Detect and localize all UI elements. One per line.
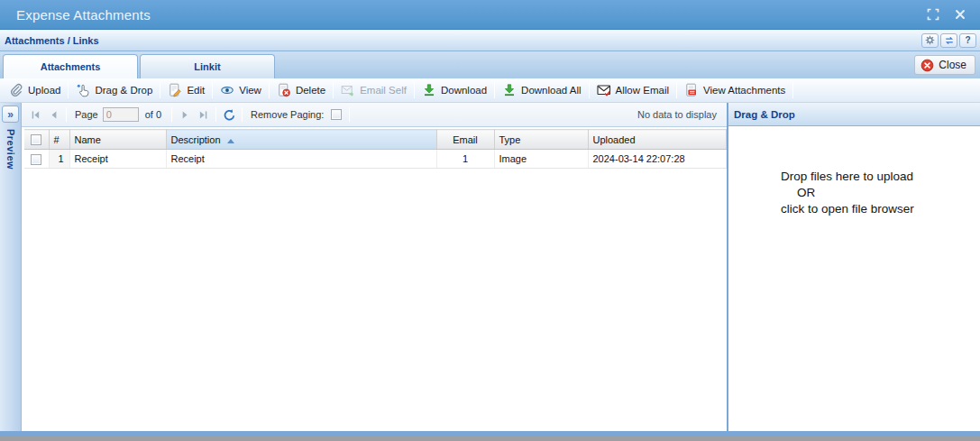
upload-button[interactable]: Upload [4,80,66,100]
background-strip [0,436,980,441]
column-header-email[interactable]: Email [436,130,494,150]
page-red-icon [684,83,699,97]
close-red-icon [920,59,934,72]
paging-separator [349,107,350,122]
paging-separator [242,107,243,122]
toolbar-separator [414,82,415,98]
row-uploaded-cell: 2024-03-14 22:07:28 [588,150,726,169]
allow-email-button[interactable]: Allow Email [591,80,674,100]
remove-paging-checkbox[interactable] [331,109,342,120]
row-email-cell: 1 [436,150,494,169]
email-send-icon [341,83,355,97]
title-bar: Expense Attachments [0,0,980,30]
refresh-icon [223,108,236,122]
expand-icon: » [7,108,14,121]
preview-label: Preview [5,129,16,170]
tab-attachments[interactable]: Attachments [3,54,138,78]
help-button[interactable]: ? [959,33,976,48]
toolbar-separator [589,82,590,98]
upload-label: Upload [28,85,60,96]
drop-zone-line2: OR [797,185,980,201]
view-attachments-button[interactable]: View Attachments [679,80,791,100]
close-panel-button[interactable]: Close [914,55,975,75]
remove-paging-label: Remove Paging: [251,109,324,120]
sync-button[interactable] [940,33,957,48]
paging-toolbar: Page of 0 Remove Paging: No data to [22,103,727,127]
window-title: Expense Attachments [16,7,915,23]
grid-body: # Name Description Email Type Uploaded 1 [22,127,727,431]
drop-zone-line1: Drop files here to upload [781,169,980,185]
maximize-button[interactable] [924,5,942,23]
column-header-uploaded[interactable]: Uploaded [588,130,726,150]
row-checkbox[interactable] [31,154,41,165]
download-label: Download [441,85,487,96]
grid-panel: Page of 0 Remove Paging: No data to [22,103,727,431]
first-page-button[interactable] [26,106,44,124]
sort-asc-icon [227,139,234,143]
download-all-label: Download All [521,85,581,96]
column-header-number[interactable]: # [49,130,69,150]
page-delete-icon [277,83,291,97]
page-of-label: of 0 [145,109,161,120]
envelope-check-icon [597,83,611,97]
table-row[interactable]: 1 Receipt Receipt 1 Image 2024-03-14 22:… [24,150,726,169]
select-all-checkbox[interactable] [31,134,41,145]
download-button[interactable]: Download [417,80,492,100]
delete-button[interactable]: Delete [271,80,331,100]
close-panel-label: Close [939,59,966,71]
close-window-button[interactable] [951,5,969,23]
gear-icon [925,35,935,45]
edit-button[interactable]: Edit [162,80,210,100]
toolbar-separator [68,82,69,98]
expand-preview-button[interactable]: » [2,106,19,123]
row-type-cell: Image [494,150,588,169]
preview-sidebar[interactable]: » Preview [0,103,22,431]
last-page-button[interactable] [194,106,212,124]
column-header-type[interactable]: Type [494,130,588,150]
column-header-name[interactable]: Name [69,130,166,150]
expense-attachments-dialog: Expense Attachments Attachments / Links … [0,0,980,441]
page-number-input[interactable] [103,107,139,122]
row-description-cell: Receipt [166,150,436,169]
select-all-header[interactable] [24,130,49,150]
view-button[interactable]: View [215,80,267,100]
page-pencil-icon [168,83,182,97]
drag-drop-panel: Drag & Drop Drop files here to upload OR… [728,103,980,431]
drop-zone-line3: click to open file browser [781,201,980,217]
paperclip-icon [9,83,23,97]
next-page-button[interactable] [176,106,194,124]
toolbar-separator [212,82,213,98]
download-icon [502,83,517,97]
row-name-cell: Receipt [69,150,166,169]
paging-separator [171,107,172,122]
tab-linkit[interactable]: Linkit [140,54,275,78]
attachments-table: # Name Description Email Type Uploaded 1 [24,129,727,169]
drag-drop-button[interactable]: Drag & Drop [70,80,158,100]
toolbar-separator [792,82,793,98]
prev-page-button[interactable] [44,106,62,124]
toolbar-separator [333,82,334,98]
view-label: View [239,85,261,96]
refresh-button[interactable] [220,106,238,124]
toolbar-separator [676,82,677,98]
toolbar-separator [494,82,495,98]
download-all-button[interactable]: Download All [497,80,586,100]
settings-button[interactable] [921,33,939,48]
help-icon: ? [965,35,970,45]
first-page-icon [30,109,41,121]
paging-separator [66,107,67,122]
tab-linkit-label: Linkit [194,61,220,72]
no-data-text: No data to display [637,109,717,120]
hand-pointer-icon [76,83,90,97]
edit-label: Edit [187,85,205,96]
file-drop-zone[interactable]: Drop files here to upload OR click to op… [728,126,980,431]
table-header-row: # Name Description Email Type Uploaded [24,130,726,150]
row-select-cell[interactable] [24,150,49,169]
column-header-description[interactable]: Description [166,130,436,150]
maximize-icon [926,7,940,22]
last-page-icon [197,109,209,121]
drag-drop-header: Drag & Drop [728,103,980,126]
delete-label: Delete [296,85,325,96]
main-region: » Preview Page of 0 [0,103,980,431]
toolbar: Upload Drag & Drop Edit View Delete Emai… [0,78,980,103]
